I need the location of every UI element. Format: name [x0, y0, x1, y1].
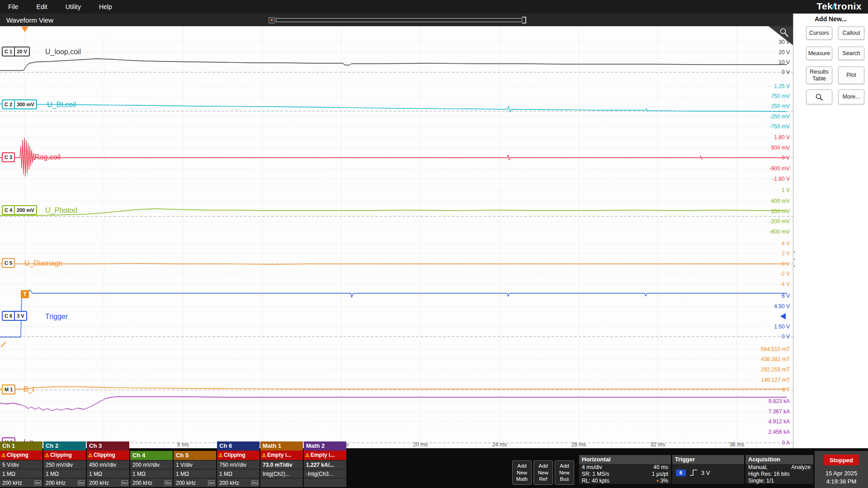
waveform-plot[interactable]: 8 ms12 ms16 ms20 ms24 ms28 ms32 ms36 ms3…: [0, 26, 793, 448]
run-status-block: Stopped 15 Apr 2025 4:19:38 PM: [815, 451, 868, 488]
scale-label-c4: 200 mV: [771, 208, 790, 215]
footer-badge-header: Ch 6: [217, 441, 259, 450]
footer-badge-ch-5[interactable]: Ch 51 V/div1 MΩ200 kHzBᴡ: [174, 451, 216, 487]
run-stop-button[interactable]: Stopped: [824, 455, 859, 465]
footer-badge-ch-1[interactable]: Ch 1⚠Clipping5 V/div1 MΩ200 kHzBᴡ: [0, 441, 42, 487]
footer-badge-math-2[interactable]: Math 2⚠Empty i...1.227 kA/...-Intg(Ch3..…: [304, 441, 346, 487]
expansion-point-icon[interactable]: ▼: [269, 17, 275, 23]
logo-text: tronix: [834, 1, 862, 11]
scale-label-c3: 1.80 V: [774, 134, 790, 141]
sidebar-button-measure[interactable]: Measure: [806, 47, 832, 60]
footer-badge-header: Ch 4: [130, 451, 173, 460]
sample-interval: 1 µs/pt: [652, 471, 668, 478]
warning-icon: ⚠: [305, 452, 310, 458]
bandwidth-limit-icon: Bᴡ: [165, 480, 171, 485]
panel-splitter[interactable]: [793, 251, 796, 267]
footer-badge-header: Ch 3: [87, 441, 129, 450]
acquisition-panel[interactable]: Acquisition Manual,Analyze High Res: 16 …: [745, 455, 813, 484]
menu-utility[interactable]: Utility: [66, 3, 81, 10]
scale-label-c3: -900 mV: [769, 165, 790, 172]
footer-badge-row: 1 MΩ: [0, 469, 42, 478]
scale-label-m1: 584.510 mT: [761, 346, 790, 352]
channel-badge-c3[interactable]: C 3: [2, 152, 15, 162]
channel-badge-c5[interactable]: C 5: [2, 258, 15, 268]
scale-label-c5: 4 V: [782, 240, 790, 247]
channel-badge-m1[interactable]: M 1: [2, 385, 15, 394]
channel-badge-c6[interactable]: C 63 V: [2, 311, 27, 321]
sidebar-button-cursors[interactable]: Cursors: [806, 26, 832, 40]
trigger-position-icon: ▼: [656, 478, 660, 484]
time-axis-label: 32 ms: [651, 441, 665, 448]
top-menu-bar: FileEditUtilityHelp Tek/tronix: [0, 0, 868, 14]
channel-badge-c4[interactable]: C 4200 mV: [2, 205, 37, 215]
clipping-warning: ⚠Empty i...: [304, 450, 346, 460]
scale-label-c2: 750 mV: [771, 93, 790, 99]
time-axis-label: 28 ms: [571, 441, 586, 448]
menu-help[interactable]: Help: [99, 3, 112, 10]
scale-label-c3: -1.80 V: [772, 176, 790, 182]
add-new-ref-button[interactable]: AddNewRef: [533, 460, 553, 485]
trigger-position-percent: 3%: [660, 478, 668, 484]
waveform-plot-area[interactable]: 8 ms12 ms16 ms20 ms24 ms28 ms32 ms36 ms3…: [0, 26, 793, 448]
clipping-warning: ⚠Clipping: [87, 450, 129, 460]
sidebar-button-callout[interactable]: Callout: [838, 26, 864, 40]
bandwidth-limit-icon: Bᴡ: [208, 480, 215, 485]
warning-icon: ⚠: [1, 452, 6, 458]
trace-c4: [0, 209, 787, 216]
acquisition-title: Acquisition: [745, 455, 813, 464]
scale-label-c4: -200 mV: [769, 218, 790, 225]
record-view-scrollbar[interactable]: ▼: [269, 17, 526, 23]
channel-badge-c1[interactable]: C 120 V: [2, 47, 30, 56]
footer-badge-header: Ch 2: [43, 441, 86, 450]
footer-badge-ch-4[interactable]: Ch 4200 mV/div1 MΩ200 kHzBᴡ: [130, 451, 173, 487]
add-new-bus-button[interactable]: AddNewBus: [555, 460, 574, 485]
more-button[interactable]: More...: [838, 89, 864, 104]
trigger-panel[interactable]: Trigger 6 3 V: [672, 455, 744, 484]
horizontal-panel[interactable]: Horizontal 4 ms/div40 ms SR: 1 MS/s1 µs/…: [579, 455, 671, 484]
menu-edit[interactable]: Edit: [37, 3, 47, 10]
trigger-title: Trigger: [672, 455, 744, 464]
add-new-math-button[interactable]: AddNewMath: [512, 460, 532, 485]
footer-badge-ch-2[interactable]: Ch 2⚠Clipping250 mV/div1 MΩ200 kHzBᴡ: [43, 441, 86, 487]
scale-label-c2: -750 mV: [769, 123, 790, 130]
scale-label-m2: 7.367 kA: [769, 408, 790, 415]
footer-badge-ch-3[interactable]: Ch 3⚠Clipping450 mV/div1 MΩ200 kHzBᴡ: [87, 441, 129, 487]
channel-badge-c2[interactable]: C 2300 mV: [2, 99, 37, 109]
channel-label-c1: U_loop,coil: [45, 48, 81, 56]
scale-label-c1: 20 V: [778, 49, 790, 56]
sidebar-button-search[interactable]: Search: [838, 47, 864, 60]
scale-label-m1: 0 T: [782, 387, 790, 393]
sidebar-button-results-table[interactable]: Results Table: [806, 66, 832, 84]
horizontal-window: 40 ms: [653, 464, 668, 471]
magnifier-icon: [815, 93, 824, 102]
sidebar-button-plot[interactable]: Plot: [838, 66, 864, 84]
bandwidth-limit-icon: Bᴡ: [78, 480, 85, 485]
scale-label-c2: 250 mV: [771, 103, 790, 109]
time-axis-label: 36 ms: [730, 441, 745, 448]
horizontal-title: Horizontal: [579, 455, 671, 464]
record-bar[interactable]: [276, 18, 522, 22]
horizontal-scale: 4 ms/div: [582, 464, 602, 471]
menu-file[interactable]: File: [8, 3, 19, 10]
trigger-source-marker[interactable]: T: [21, 290, 29, 298]
time-axis-label: 24 ms: [492, 441, 507, 448]
footer-bar: Ch 1⚠Clipping5 V/div1 MΩ200 kHzBᴡCh 2⚠Cl…: [0, 448, 868, 488]
footer-badge-row: 1.227 kA/...: [304, 460, 346, 469]
acq-analyze: Analyze: [791, 464, 811, 471]
menu-items: FileEditUtilityHelp: [0, 3, 112, 10]
footer-badge-header: Math 1: [260, 441, 303, 450]
footer-badge-row: 1 MΩ: [130, 469, 173, 478]
math1-ground-marker: [1, 342, 6, 347]
zoom-button[interactable]: [806, 89, 832, 104]
scale-label-c4: 1 V: [782, 187, 790, 193]
footer-badge-row: -Intg(Ch3...: [304, 469, 346, 478]
footer-badge-ch-6[interactable]: Ch 6⚠Clipping750 mV/div1 MΩ200 kHzBᴡ: [217, 441, 259, 487]
trigger-position-marker[interactable]: [21, 27, 28, 32]
footer-badge-row: 200 kHzBᴡ: [0, 478, 42, 487]
scale-label-c5: -4 V: [780, 281, 790, 287]
view-title: Waveform View: [0, 16, 53, 24]
footer-badge-math-1[interactable]: Math 1⚠Empty i...73.0 mT/divIntg(Ch2)...: [260, 441, 303, 487]
trigger-level-arrow[interactable]: [780, 313, 786, 319]
footer-badge-row: 200 mV/div: [130, 460, 173, 469]
footer-badge-row: 73.0 mT/div: [260, 460, 303, 469]
